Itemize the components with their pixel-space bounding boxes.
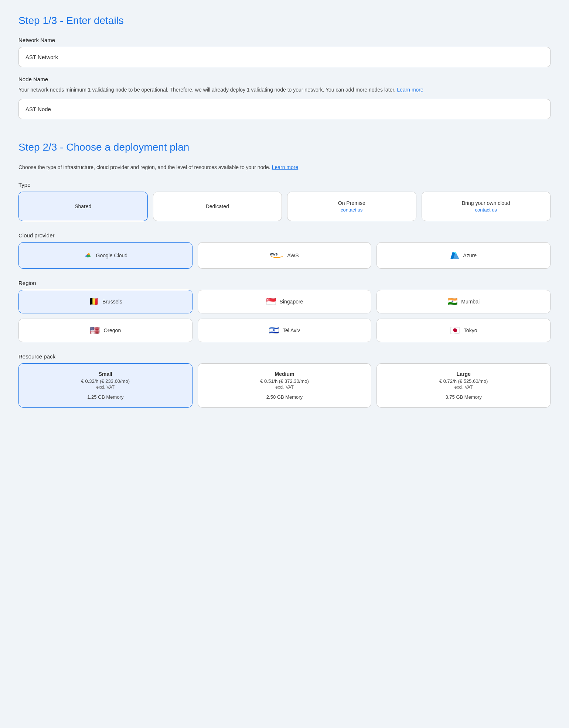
small-memory: 1.25 GB Memory bbox=[24, 394, 187, 400]
telaviv-label: Tel Aviv bbox=[283, 327, 300, 333]
medium-vat: excl. VAT bbox=[203, 385, 366, 390]
telaviv-flag: 🇮🇱 bbox=[269, 326, 279, 335]
step1-title: Step 1/3 - Enter details bbox=[18, 15, 551, 27]
small-price: € 0.32/h (€ 233.60/mo) bbox=[24, 378, 187, 384]
tokyo-flag: 🇯🇵 bbox=[450, 326, 460, 335]
cloud-azure-btn[interactable]: Azure bbox=[377, 242, 551, 269]
large-price: € 0.72/h (€ 525.60/mo) bbox=[382, 378, 545, 384]
region-mumbai-btn[interactable]: 🇮🇳 Mumbai bbox=[377, 290, 551, 313]
oregon-label: Oregon bbox=[103, 327, 121, 333]
medium-name: Medium bbox=[203, 371, 366, 377]
azure-label: Azure bbox=[463, 253, 477, 258]
step2-learn-more-link[interactable]: Learn more bbox=[272, 164, 299, 170]
brussels-flag: 🇧🇪 bbox=[89, 297, 99, 306]
gcp-icon bbox=[84, 251, 92, 260]
large-vat: excl. VAT bbox=[382, 385, 545, 390]
region-label: Region bbox=[18, 280, 551, 286]
node-name-description: Your network needs minimum 1 validating … bbox=[18, 86, 551, 94]
tokyo-label: Tokyo bbox=[464, 327, 477, 333]
region-brussels-btn[interactable]: 🇧🇪 Brussels bbox=[18, 290, 192, 313]
node-name-input[interactable] bbox=[18, 99, 551, 119]
type-byoc-btn[interactable]: Bring your own cloud contact us bbox=[422, 192, 551, 221]
brussels-label: Brussels bbox=[102, 299, 122, 305]
on-premise-contact-link[interactable]: contact us bbox=[341, 207, 362, 213]
mumbai-label: Mumbai bbox=[461, 299, 480, 305]
medium-price: € 0.51/h (€ 372.30/mo) bbox=[203, 378, 366, 384]
step2-title: Step 2/3 - Choose a deployment plan bbox=[18, 141, 551, 153]
small-vat: excl. VAT bbox=[24, 385, 187, 390]
aws-icon: aws bbox=[270, 251, 283, 260]
svg-text:aws: aws bbox=[270, 252, 277, 256]
step2-description: Choose the type of infrastructure, cloud… bbox=[18, 164, 551, 171]
singapore-flag: 🇸🇬 bbox=[266, 297, 276, 306]
region-tokyo-btn[interactable]: 🇯🇵 Tokyo bbox=[377, 319, 551, 342]
node-name-label: Node Name bbox=[18, 76, 551, 82]
type-options: Shared Dedicated On Premise contact us B… bbox=[18, 192, 551, 221]
cloud-options: Google Cloud aws AWS Azure bbox=[18, 242, 551, 269]
large-memory: 3.75 GB Memory bbox=[382, 394, 545, 400]
singapore-label: Singapore bbox=[280, 299, 303, 305]
region-telaviv-btn[interactable]: 🇮🇱 Tel Aviv bbox=[198, 319, 372, 342]
cloud-gcp-btn[interactable]: Google Cloud bbox=[18, 242, 192, 269]
resource-small-btn[interactable]: Small € 0.32/h (€ 233.60/mo) excl. VAT 1… bbox=[18, 363, 192, 408]
aws-label: AWS bbox=[287, 253, 299, 258]
cloud-aws-btn[interactable]: aws AWS bbox=[198, 242, 372, 269]
resource-medium-btn[interactable]: Medium € 0.51/h (€ 372.30/mo) excl. VAT … bbox=[198, 363, 372, 408]
type-shared-btn[interactable]: Shared bbox=[18, 192, 148, 221]
resource-large-btn[interactable]: Large € 0.72/h (€ 525.60/mo) excl. VAT 3… bbox=[377, 363, 551, 408]
resource-label: Resource pack bbox=[18, 353, 551, 360]
region-options: 🇧🇪 Brussels 🇸🇬 Singapore 🇮🇳 Mumbai 🇺🇸 Or… bbox=[18, 290, 551, 342]
node-learn-more-link[interactable]: Learn more bbox=[397, 87, 423, 93]
small-name: Small bbox=[24, 371, 187, 377]
type-on-premise-btn[interactable]: On Premise contact us bbox=[287, 192, 416, 221]
region-singapore-btn[interactable]: 🇸🇬 Singapore bbox=[198, 290, 372, 313]
gcp-label: Google Cloud bbox=[96, 253, 128, 258]
mumbai-flag: 🇮🇳 bbox=[447, 297, 457, 306]
network-name-label: Network Name bbox=[18, 37, 551, 43]
byoc-contact-link[interactable]: contact us bbox=[475, 207, 497, 213]
large-name: Large bbox=[382, 371, 545, 377]
type-dedicated-btn[interactable]: Dedicated bbox=[153, 192, 282, 221]
network-name-input[interactable] bbox=[18, 47, 551, 67]
azure-icon bbox=[450, 251, 459, 260]
region-oregon-btn[interactable]: 🇺🇸 Oregon bbox=[18, 319, 192, 342]
resource-options: Small € 0.32/h (€ 233.60/mo) excl. VAT 1… bbox=[18, 363, 551, 408]
type-label: Type bbox=[18, 182, 551, 188]
oregon-flag: 🇺🇸 bbox=[90, 326, 100, 335]
cloud-label: Cloud provider bbox=[18, 232, 551, 238]
medium-memory: 2.50 GB Memory bbox=[203, 394, 366, 400]
